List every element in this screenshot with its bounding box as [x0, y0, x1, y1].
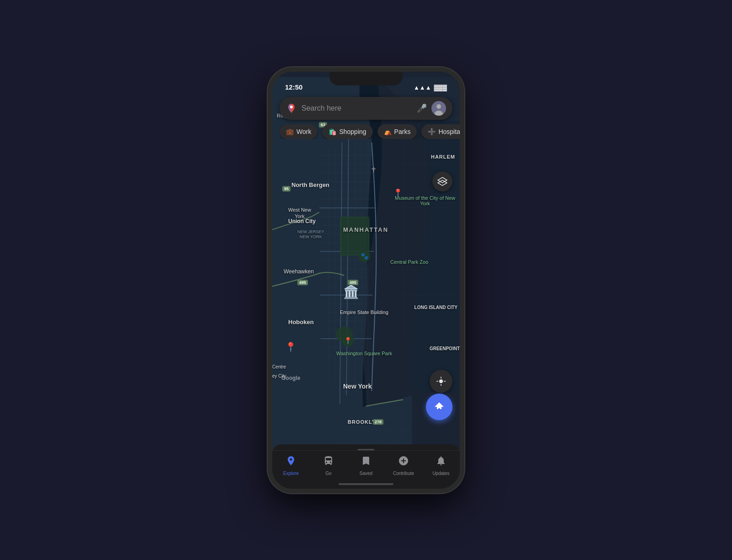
- church-pin[interactable]: ✝: [371, 165, 377, 174]
- parks-icon: ⛺: [384, 128, 392, 135]
- highway-badge-278: 278: [373, 419, 383, 425]
- directions-button[interactable]: [426, 394, 452, 420]
- contribute-label: Contribute: [393, 471, 414, 476]
- search-bar[interactable]: Search here 🎤: [280, 97, 452, 120]
- wifi-icon: ▲▲▲: [414, 84, 431, 91]
- updates-label: Updates: [432, 471, 449, 476]
- nav-item-explore[interactable]: Explore: [272, 455, 310, 476]
- phone-notch: [329, 72, 403, 85]
- explore-icon: [285, 455, 296, 469]
- my-location-button[interactable]: [430, 370, 452, 393]
- chip-work-label: Work: [296, 128, 311, 135]
- google-maps-logo: [286, 103, 297, 114]
- nav-item-contribute[interactable]: Contribute: [385, 455, 422, 476]
- svg-point-61: [290, 106, 293, 108]
- battery-icon: ▓▓▓: [434, 84, 447, 91]
- contribute-icon: [398, 455, 409, 469]
- washington-sq-pin[interactable]: 📍: [342, 335, 354, 347]
- nav-item-updates[interactable]: Updates: [422, 455, 460, 476]
- chip-work[interactable]: 💼 Work: [280, 124, 318, 139]
- layers-button[interactable]: [432, 171, 452, 192]
- explore-label: Explore: [283, 471, 299, 476]
- nav-item-go[interactable]: Go: [310, 455, 347, 476]
- status-icons: ▲▲▲ ▓▓▓: [414, 84, 447, 91]
- go-icon: [323, 455, 334, 469]
- nav-item-saved[interactable]: Saved: [347, 455, 385, 476]
- empire-state-icon[interactable]: 🏛️: [343, 284, 359, 299]
- phone-frame: North Bergen Union City Weehawken Hoboke…: [268, 67, 464, 493]
- microphone-icon[interactable]: 🎤: [417, 103, 427, 113]
- svg-point-67: [439, 379, 443, 383]
- status-time: 12:50: [285, 83, 302, 91]
- go-label: Go: [325, 471, 331, 476]
- shopping-icon: 🛍️: [328, 128, 336, 135]
- chip-hospitals[interactable]: ➕ Hospitals: [421, 124, 460, 139]
- saved-icon: [361, 455, 371, 469]
- chip-parks[interactable]: ⛺ Parks: [377, 124, 417, 139]
- google-watermark: Google: [281, 375, 300, 381]
- search-placeholder[interactable]: Search here: [301, 104, 412, 112]
- museum-pin[interactable]: 📍: [393, 188, 403, 197]
- chip-shopping[interactable]: 🛍️ Shopping: [322, 124, 372, 139]
- location-pin[interactable]: 📍: [285, 341, 296, 352]
- home-indicator: [339, 483, 393, 485]
- hospitals-icon: ➕: [428, 128, 436, 135]
- central-park-zoo-pin[interactable]: 🐾: [358, 250, 370, 262]
- highway-badge-495: 495: [297, 280, 308, 285]
- chips-row: 💼 Work 🛍️ Shopping ⛺ Parks ➕ Hospitals: [280, 124, 460, 139]
- user-avatar[interactable]: [431, 101, 446, 116]
- updates-icon: [436, 455, 447, 469]
- chip-shopping-label: Shopping: [339, 128, 366, 135]
- work-icon: 💼: [286, 128, 294, 135]
- chip-parks-label: Parks: [394, 128, 411, 135]
- highway-badge-95: 95: [282, 186, 291, 192]
- saved-label: Saved: [360, 471, 372, 476]
- svg-point-63: [436, 104, 441, 109]
- chip-hospitals-label: Hospitals: [438, 128, 460, 135]
